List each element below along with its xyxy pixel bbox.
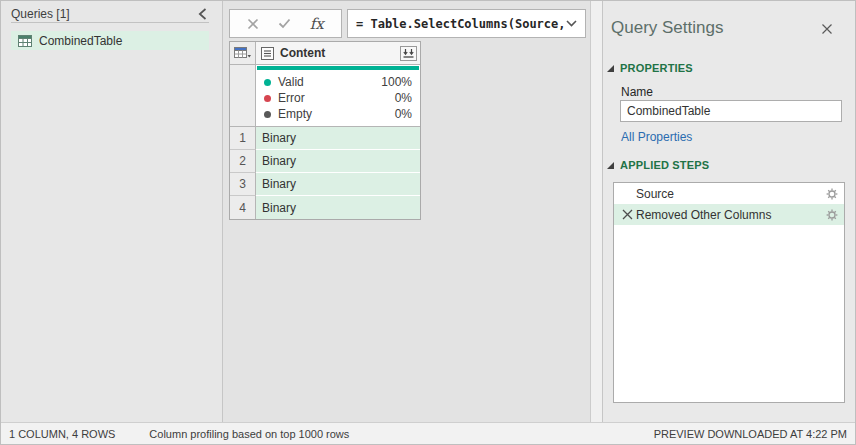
collapse-pane-button[interactable]: [198, 8, 209, 20]
expand-formula-bar-button[interactable]: [566, 20, 577, 27]
query-item-label: CombinedTable: [39, 34, 122, 48]
delete-step-icon[interactable]: [618, 209, 636, 220]
cell-value[interactable]: Binary: [256, 127, 420, 150]
chevron-left-icon: [198, 8, 207, 20]
query-name-input[interactable]: [620, 100, 842, 122]
step-label: Source: [636, 187, 674, 201]
applied-steps-list: Source R: [613, 182, 845, 403]
status-bar: 1 COLUMN, 4 ROWS Column profiling based …: [1, 422, 856, 444]
formula-input[interactable]: = Table.SelectColumns(Source,: [347, 9, 586, 38]
valid-quality-bar: [257, 66, 419, 70]
select-all-table-button[interactable]: [230, 42, 256, 65]
table-row: 1 Binary: [230, 127, 420, 150]
query-settings-title: Query Settings: [611, 18, 723, 38]
profile-label: Valid: [278, 75, 304, 89]
valid-dot-icon: [264, 79, 271, 86]
row-number[interactable]: 2: [230, 150, 256, 173]
formula-bar-buttons: fx: [229, 9, 342, 38]
gear-icon[interactable]: [826, 209, 838, 221]
chevron-down-icon: [566, 20, 577, 27]
profile-empty: Empty 0%: [256, 106, 420, 122]
table-row: 3 Binary: [230, 173, 420, 196]
error-dot-icon: [264, 95, 271, 102]
profile-label: Error: [278, 91, 305, 105]
column-quality-row: [230, 65, 420, 72]
profile-label: Empty: [278, 107, 312, 121]
row-number[interactable]: 4: [230, 196, 256, 219]
profile-value: 0%: [395, 107, 412, 121]
profile-valid: Valid 100%: [256, 74, 420, 90]
properties-header-label: PROPERTIES: [620, 62, 693, 74]
cell-value[interactable]: Binary: [256, 150, 420, 173]
mini-table-icon: [234, 47, 251, 59]
column-filter-sort-icon[interactable]: [400, 46, 417, 61]
formula-text: = Table.SelectColumns(Source,: [356, 17, 566, 31]
column-header-content[interactable]: Content: [256, 42, 420, 65]
applied-steps-header-label: APPLIED STEPS: [620, 159, 709, 171]
column-profile-row: Valid 100% Error 0% Empty 0%: [230, 72, 420, 127]
commit-formula-icon[interactable]: [278, 18, 291, 29]
cell-value[interactable]: Binary: [256, 196, 420, 219]
grid-header-row: Content: [230, 42, 420, 65]
column-profile-panel: Valid 100% Error 0% Empty 0%: [256, 72, 420, 127]
row-number[interactable]: 1: [230, 127, 256, 150]
applied-steps-section-header[interactable]: APPLIED STEPS: [607, 159, 709, 171]
gear-icon[interactable]: [826, 188, 838, 200]
empty-dot-icon: [264, 111, 271, 118]
fx-icon[interactable]: fx: [310, 15, 324, 33]
properties-section-header[interactable]: PROPERTIES: [607, 62, 693, 74]
status-preview-downloaded: PREVIEW DOWNLOADED AT 4:22 PM: [654, 428, 847, 440]
name-field-label: Name: [621, 85, 653, 99]
queries-pane: Queries [1] CombinedTable: [1, 1, 223, 424]
data-preview-grid: Content: [229, 41, 421, 220]
row-number[interactable]: 3: [230, 173, 256, 196]
vertical-scrollbar[interactable]: [590, 1, 603, 424]
status-profiling-info[interactable]: Column profiling based on top 1000 rows: [149, 428, 349, 440]
column-type-list-icon[interactable]: [261, 47, 274, 60]
step-removed-other-columns[interactable]: Removed Other Columns: [614, 204, 844, 225]
close-icon: [821, 23, 833, 35]
query-settings-pane: Query Settings PROPERTIES Name All Prope…: [603, 1, 856, 424]
cell-value[interactable]: Binary: [256, 173, 420, 196]
step-source[interactable]: Source: [614, 183, 844, 204]
all-properties-link[interactable]: All Properties: [621, 130, 692, 144]
power-query-editor-window: Queries [1] CombinedTable: [0, 0, 856, 445]
section-expander-icon[interactable]: [607, 65, 614, 72]
profile-error: Error 0%: [256, 90, 420, 106]
cancel-formula-icon[interactable]: [247, 18, 259, 30]
close-pane-button[interactable]: [821, 23, 833, 35]
queries-pane-header: Queries [1]: [11, 5, 209, 23]
query-item-combinedtable[interactable]: CombinedTable: [11, 31, 209, 50]
step-label: Removed Other Columns: [636, 208, 771, 222]
column-header-label: Content: [280, 46, 325, 60]
profile-value: 0%: [395, 91, 412, 105]
queries-pane-title: Queries [1]: [11, 7, 70, 21]
profile-value: 100%: [381, 75, 412, 89]
status-dimensions: 1 COLUMN, 4 ROWS: [9, 428, 115, 440]
table-icon: [18, 35, 32, 47]
column-quality-strip: [256, 65, 420, 72]
section-expander-icon[interactable]: [607, 162, 614, 169]
table-row: 4 Binary: [230, 196, 420, 219]
table-row: 2 Binary: [230, 150, 420, 173]
